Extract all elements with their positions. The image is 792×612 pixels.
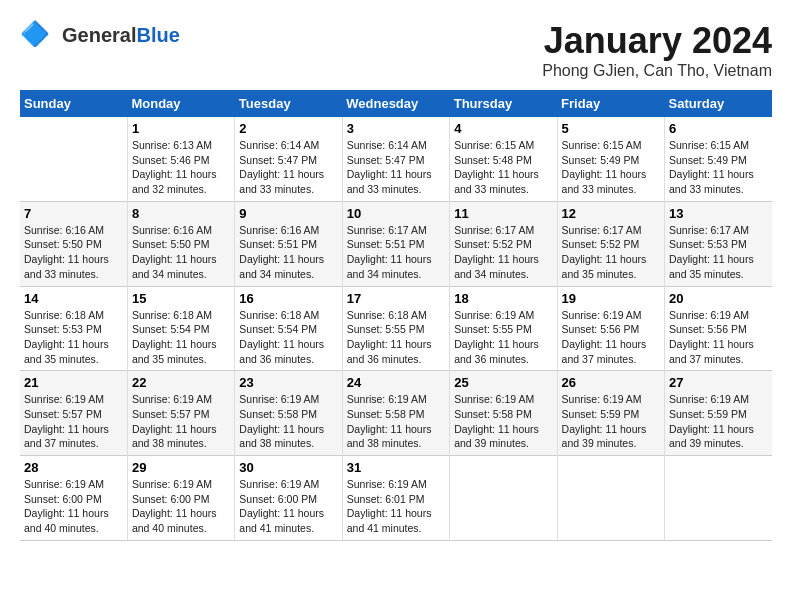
header-day-monday: Monday xyxy=(127,90,234,117)
calendar-cell: 5Sunrise: 6:15 AMSunset: 5:49 PMDaylight… xyxy=(557,117,664,201)
calendar-cell: 12Sunrise: 6:17 AMSunset: 5:52 PMDayligh… xyxy=(557,201,664,286)
day-info: Sunrise: 6:19 AMSunset: 6:00 PMDaylight:… xyxy=(239,477,337,536)
calendar-cell: 16Sunrise: 6:18 AMSunset: 5:54 PMDayligh… xyxy=(235,286,342,371)
day-info: Sunrise: 6:15 AMSunset: 5:49 PMDaylight:… xyxy=(562,138,660,197)
day-number: 10 xyxy=(347,206,445,221)
calendar-cell: 30Sunrise: 6:19 AMSunset: 6:00 PMDayligh… xyxy=(235,456,342,541)
calendar-cell: 17Sunrise: 6:18 AMSunset: 5:55 PMDayligh… xyxy=(342,286,449,371)
day-number: 16 xyxy=(239,291,337,306)
calendar-cell: 31Sunrise: 6:19 AMSunset: 6:01 PMDayligh… xyxy=(342,456,449,541)
day-info: Sunrise: 6:17 AMSunset: 5:53 PMDaylight:… xyxy=(669,223,768,282)
day-number: 12 xyxy=(562,206,660,221)
day-number: 28 xyxy=(24,460,123,475)
day-number: 2 xyxy=(239,121,337,136)
calendar-cell: 9Sunrise: 6:16 AMSunset: 5:51 PMDaylight… xyxy=(235,201,342,286)
day-info: Sunrise: 6:19 AMSunset: 6:00 PMDaylight:… xyxy=(132,477,230,536)
title-block: January 2024 Phong GJien, Can Tho, Vietn… xyxy=(542,20,772,80)
calendar-header-row: SundayMondayTuesdayWednesdayThursdayFrid… xyxy=(20,90,772,117)
calendar-cell: 29Sunrise: 6:19 AMSunset: 6:00 PMDayligh… xyxy=(127,456,234,541)
calendar-cell: 25Sunrise: 6:19 AMSunset: 5:58 PMDayligh… xyxy=(450,371,557,456)
week-row-5: 28Sunrise: 6:19 AMSunset: 6:00 PMDayligh… xyxy=(20,456,772,541)
week-row-3: 14Sunrise: 6:18 AMSunset: 5:53 PMDayligh… xyxy=(20,286,772,371)
page-header: 🔷 GeneralBlue January 2024 Phong GJien, … xyxy=(20,20,772,80)
day-info: Sunrise: 6:19 AMSunset: 6:00 PMDaylight:… xyxy=(24,477,123,536)
day-info: Sunrise: 6:19 AMSunset: 5:56 PMDaylight:… xyxy=(669,308,768,367)
day-info: Sunrise: 6:16 AMSunset: 5:50 PMDaylight:… xyxy=(24,223,123,282)
day-info: Sunrise: 6:18 AMSunset: 5:55 PMDaylight:… xyxy=(347,308,445,367)
day-info: Sunrise: 6:13 AMSunset: 5:46 PMDaylight:… xyxy=(132,138,230,197)
calendar-cell: 4Sunrise: 6:15 AMSunset: 5:48 PMDaylight… xyxy=(450,117,557,201)
day-number: 18 xyxy=(454,291,552,306)
logo-blue-text: Blue xyxy=(136,24,179,46)
day-info: Sunrise: 6:18 AMSunset: 5:54 PMDaylight:… xyxy=(132,308,230,367)
day-number: 19 xyxy=(562,291,660,306)
day-info: Sunrise: 6:14 AMSunset: 5:47 PMDaylight:… xyxy=(347,138,445,197)
day-info: Sunrise: 6:16 AMSunset: 5:51 PMDaylight:… xyxy=(239,223,337,282)
calendar-cell: 24Sunrise: 6:19 AMSunset: 5:58 PMDayligh… xyxy=(342,371,449,456)
header-day-sunday: Sunday xyxy=(20,90,127,117)
calendar-cell xyxy=(450,456,557,541)
location-subtitle: Phong GJien, Can Tho, Vietnam xyxy=(542,62,772,80)
calendar-cell: 7Sunrise: 6:16 AMSunset: 5:50 PMDaylight… xyxy=(20,201,127,286)
calendar-cell: 20Sunrise: 6:19 AMSunset: 5:56 PMDayligh… xyxy=(665,286,772,371)
header-day-saturday: Saturday xyxy=(665,90,772,117)
logo-bird-icon: 🔷 xyxy=(20,20,58,50)
day-number: 3 xyxy=(347,121,445,136)
calendar-cell: 21Sunrise: 6:19 AMSunset: 5:57 PMDayligh… xyxy=(20,371,127,456)
day-number: 24 xyxy=(347,375,445,390)
calendar-table: SundayMondayTuesdayWednesdayThursdayFrid… xyxy=(20,90,772,541)
day-number: 7 xyxy=(24,206,123,221)
day-number: 27 xyxy=(669,375,768,390)
day-number: 23 xyxy=(239,375,337,390)
day-number: 30 xyxy=(239,460,337,475)
calendar-cell xyxy=(665,456,772,541)
day-info: Sunrise: 6:17 AMSunset: 5:51 PMDaylight:… xyxy=(347,223,445,282)
logo: 🔷 GeneralBlue xyxy=(20,20,180,50)
day-number: 25 xyxy=(454,375,552,390)
calendar-cell: 11Sunrise: 6:17 AMSunset: 5:52 PMDayligh… xyxy=(450,201,557,286)
day-number: 26 xyxy=(562,375,660,390)
day-info: Sunrise: 6:19 AMSunset: 5:57 PMDaylight:… xyxy=(24,392,123,451)
week-row-4: 21Sunrise: 6:19 AMSunset: 5:57 PMDayligh… xyxy=(20,371,772,456)
day-info: Sunrise: 6:19 AMSunset: 5:56 PMDaylight:… xyxy=(562,308,660,367)
day-info: Sunrise: 6:18 AMSunset: 5:53 PMDaylight:… xyxy=(24,308,123,367)
day-number: 31 xyxy=(347,460,445,475)
day-number: 22 xyxy=(132,375,230,390)
calendar-cell: 19Sunrise: 6:19 AMSunset: 5:56 PMDayligh… xyxy=(557,286,664,371)
day-info: Sunrise: 6:19 AMSunset: 5:59 PMDaylight:… xyxy=(562,392,660,451)
calendar-cell: 8Sunrise: 6:16 AMSunset: 5:50 PMDaylight… xyxy=(127,201,234,286)
calendar-cell: 15Sunrise: 6:18 AMSunset: 5:54 PMDayligh… xyxy=(127,286,234,371)
calendar-cell: 22Sunrise: 6:19 AMSunset: 5:57 PMDayligh… xyxy=(127,371,234,456)
header-day-friday: Friday xyxy=(557,90,664,117)
calendar-cell xyxy=(20,117,127,201)
day-info: Sunrise: 6:19 AMSunset: 5:58 PMDaylight:… xyxy=(347,392,445,451)
day-info: Sunrise: 6:19 AMSunset: 5:58 PMDaylight:… xyxy=(239,392,337,451)
header-day-thursday: Thursday xyxy=(450,90,557,117)
day-number: 17 xyxy=(347,291,445,306)
day-number: 21 xyxy=(24,375,123,390)
day-info: Sunrise: 6:19 AMSunset: 5:59 PMDaylight:… xyxy=(669,392,768,451)
week-row-1: 1Sunrise: 6:13 AMSunset: 5:46 PMDaylight… xyxy=(20,117,772,201)
calendar-cell: 3Sunrise: 6:14 AMSunset: 5:47 PMDaylight… xyxy=(342,117,449,201)
day-info: Sunrise: 6:15 AMSunset: 5:49 PMDaylight:… xyxy=(669,138,768,197)
day-info: Sunrise: 6:17 AMSunset: 5:52 PMDaylight:… xyxy=(562,223,660,282)
day-number: 8 xyxy=(132,206,230,221)
day-info: Sunrise: 6:19 AMSunset: 5:55 PMDaylight:… xyxy=(454,308,552,367)
calendar-cell: 14Sunrise: 6:18 AMSunset: 5:53 PMDayligh… xyxy=(20,286,127,371)
calendar-cell: 2Sunrise: 6:14 AMSunset: 5:47 PMDaylight… xyxy=(235,117,342,201)
logo-general-text: General xyxy=(62,24,136,46)
day-info: Sunrise: 6:19 AMSunset: 6:01 PMDaylight:… xyxy=(347,477,445,536)
calendar-cell: 27Sunrise: 6:19 AMSunset: 5:59 PMDayligh… xyxy=(665,371,772,456)
day-number: 20 xyxy=(669,291,768,306)
day-number: 5 xyxy=(562,121,660,136)
day-number: 6 xyxy=(669,121,768,136)
calendar-cell: 18Sunrise: 6:19 AMSunset: 5:55 PMDayligh… xyxy=(450,286,557,371)
calendar-cell xyxy=(557,456,664,541)
week-row-2: 7Sunrise: 6:16 AMSunset: 5:50 PMDaylight… xyxy=(20,201,772,286)
day-number: 13 xyxy=(669,206,768,221)
day-info: Sunrise: 6:19 AMSunset: 5:57 PMDaylight:… xyxy=(132,392,230,451)
calendar-cell: 26Sunrise: 6:19 AMSunset: 5:59 PMDayligh… xyxy=(557,371,664,456)
calendar-cell: 10Sunrise: 6:17 AMSunset: 5:51 PMDayligh… xyxy=(342,201,449,286)
day-info: Sunrise: 6:15 AMSunset: 5:48 PMDaylight:… xyxy=(454,138,552,197)
calendar-cell: 28Sunrise: 6:19 AMSunset: 6:00 PMDayligh… xyxy=(20,456,127,541)
